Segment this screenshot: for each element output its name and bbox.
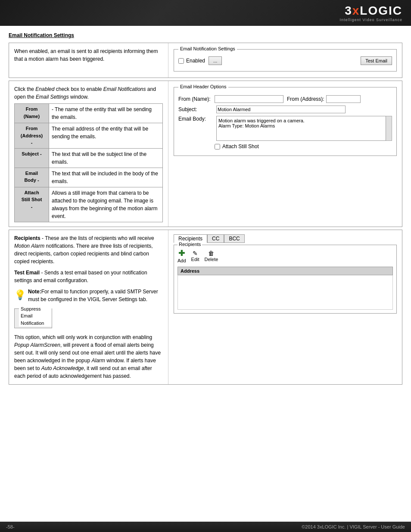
email-body-content: Motion alarm was triggered on a camera. …: [216, 116, 386, 141]
tab-bcc[interactable]: BCC: [224, 234, 244, 243]
edit-button[interactable]: ✎ Edit: [191, 250, 199, 262]
email-header-fieldset: Email Header Options From (Name): From (…: [174, 87, 397, 156]
table-cell-desc: Allows a still image from that camera to…: [49, 187, 163, 222]
table-cell-label: EmailBody -: [15, 168, 49, 187]
from-address-label: From (Address):: [287, 96, 324, 102]
from-address-input[interactable]: [326, 95, 361, 103]
subject-label: Subject:: [178, 106, 213, 112]
address-table: Address: [177, 267, 393, 310]
edit-icon: ✎: [193, 250, 198, 257]
recipients-left: Recipients - These are the lists of reci…: [9, 230, 168, 384]
address-cell: [178, 275, 393, 309]
email-body-row: Email Body: Motion alarm was triggered o…: [178, 116, 392, 141]
subject-input[interactable]: [216, 106, 346, 113]
toolbar: ✚ Add ✎ Edit 🗑 Delete: [177, 249, 393, 263]
attach-still-shot-label: Attach Still Shot: [222, 143, 259, 149]
delete-button[interactable]: 🗑 Delete: [205, 250, 218, 262]
add-label: Add: [177, 258, 186, 263]
table-row: From(Address)- The email address of the …: [15, 123, 163, 149]
from-row: From (Name): From (Address):: [178, 95, 392, 103]
settings-table: From(Name) - The name of the entity that…: [14, 103, 163, 222]
intro-text: When enabled, an email is sent to all re…: [9, 43, 168, 78]
table-cell-desc: - The name of the entity that will be se…: [49, 104, 163, 123]
test-email-desc: Test Email - Sends a test email based on…: [14, 269, 163, 284]
recipients-desc: Recipients - These are the lists of reci…: [14, 234, 163, 265]
recipients-row: Recipients - These are the lists of reci…: [9, 230, 402, 385]
note-icon: 💡: [14, 288, 25, 302]
email-notif-settings: Email Notification Settings Enabled ... …: [168, 43, 402, 78]
settings-row: Click the Enabled check box to enable Em…: [9, 81, 402, 227]
footer-copyright: ©2014 3xLOGIC Inc. | VIGIL Server - User…: [302, 524, 405, 529]
logo-text: 3xLOGIC: [345, 4, 402, 18]
table-cell-label: Subject -: [15, 148, 49, 168]
table-row: From(Name) - The name of the entity that…: [15, 104, 163, 123]
add-button[interactable]: ✚ Add: [177, 249, 186, 263]
table-cell-desc: The text that will be the subject line o…: [49, 148, 163, 168]
table-row: Subject - The text that will be the subj…: [15, 148, 163, 168]
ellipsis-button[interactable]: ...: [209, 56, 222, 65]
section-title: Email Notification Settings: [9, 32, 402, 38]
note-box: 💡 Note:For email to function properly, a…: [14, 288, 163, 303]
table-cell-desc: The email address of the entity that wil…: [49, 123, 163, 149]
recipients-right: Recipients CC BCC Recipients ✚ Add ✎ Edi…: [168, 230, 402, 384]
logo: 3xLOGIC Intelligent Video Surveillance: [340, 4, 402, 22]
email-header-label: Email Header Options: [178, 84, 228, 89]
footer-page-number: -58-: [6, 524, 15, 529]
recipients-tabs: Recipients CC BCC: [174, 234, 397, 243]
enabled-label: Enabled: [186, 58, 205, 64]
table-cell-desc: The text that will be included in the bo…: [49, 168, 163, 187]
attach-still-shot-row: Attach Still Shot: [215, 143, 392, 149]
logo-subtitle: Intelligent Video Surveillance: [340, 18, 402, 22]
body-line2: Alarm Type: Motion Alarms: [218, 123, 384, 128]
enabled-checkbox[interactable]: [178, 58, 184, 64]
address-row: [178, 275, 393, 309]
table-row: EmailBody - The text that will be includ…: [15, 168, 163, 187]
recipients-fieldset: Recipients ✚ Add ✎ Edit 🗑 Delete: [174, 245, 397, 314]
test-email-button[interactable]: Test Email: [361, 56, 392, 65]
suppress-section: Suppress Email Notification Enabled: [14, 307, 163, 330]
tab-cc[interactable]: CC: [207, 234, 224, 243]
delete-icon: 🗑: [208, 250, 214, 257]
main-content: Email Notification Settings When enabled…: [0, 26, 411, 394]
table-cell-label: From(Address)-: [15, 123, 49, 149]
fieldset-label: Email Notification Settings: [178, 46, 237, 51]
suppress-fieldset: Suppress Email Notification Enabled: [14, 308, 52, 328]
body-line1: Motion alarm was triggered on a camera.: [218, 118, 384, 123]
settings-left: Click the Enabled check box to enable Em…: [9, 81, 168, 227]
email-header-right: Email Header Options From (Name): From (…: [168, 81, 402, 227]
table-cell-label: AttachStill Shot-: [15, 187, 49, 222]
body-wrapper: Motion alarm was triggered on a camera. …: [216, 116, 392, 141]
enabled-row: Enabled ... Test Email: [178, 56, 392, 65]
scrollbar[interactable]: [386, 116, 392, 141]
click-enabled-text: Click the Enabled check box to enable Em…: [14, 85, 163, 101]
table-cell-label: From(Name): [15, 104, 49, 123]
footer: -58- ©2014 3xLOGIC Inc. | VIGIL Server -…: [0, 522, 411, 532]
delete-label: Delete: [205, 257, 218, 262]
address-col-header: Address: [178, 267, 393, 275]
header: 3xLOGIC Intelligent Video Surveillance: [0, 0, 411, 26]
subject-row: Subject:: [178, 106, 392, 113]
from-name-label: From (Name):: [178, 96, 213, 102]
email-notif-fieldset: Email Notification Settings Enabled ... …: [174, 49, 397, 72]
recipients-fw-label: Recipients: [177, 242, 202, 247]
from-name-input[interactable]: [215, 95, 283, 103]
table-row: AttachStill Shot- Allows a still image f…: [15, 187, 163, 222]
suppress-desc: This option, which will only work in con…: [14, 333, 163, 380]
intro-row: When enabled, an email is sent to all re…: [9, 43, 402, 78]
edit-label: Edit: [191, 257, 199, 262]
email-body-label: Email Body:: [178, 116, 213, 122]
suppress-label: Suppress Email Notification: [19, 305, 52, 327]
attach-still-shot-checkbox[interactable]: [215, 144, 220, 149]
add-icon: ✚: [178, 249, 185, 258]
note-text: Note:For email to function properly, a v…: [28, 288, 163, 303]
